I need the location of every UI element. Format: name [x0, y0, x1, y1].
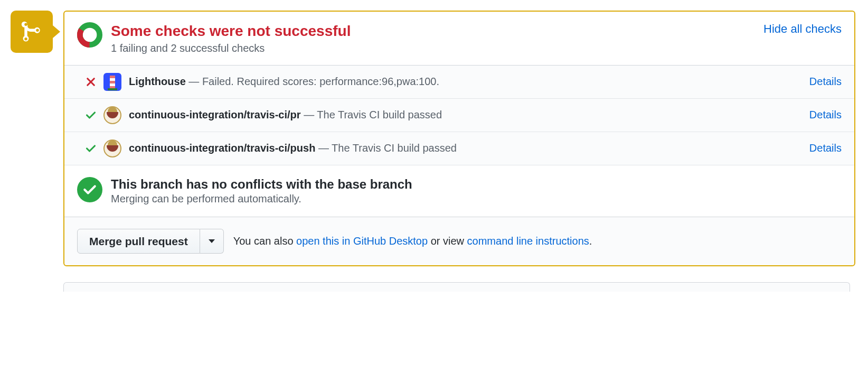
- merge-panel: Some checks were not successful 1 failin…: [63, 11, 855, 266]
- check-description: continuous-integration/travis-ci/pr — Th…: [129, 109, 802, 121]
- success-check-icon: [77, 177, 102, 202]
- check-icon: [86, 143, 96, 154]
- check-row-travis-push: continuous-integration/travis-ci/push — …: [64, 132, 854, 165]
- checks-header: Some checks were not successful 1 failin…: [64, 12, 854, 66]
- command-line-instructions-link[interactable]: command line instructions: [467, 235, 589, 247]
- conflicts-subtitle: Merging can be performed automatically.: [111, 193, 412, 205]
- status-donut-icon: [77, 22, 102, 48]
- check-name: continuous-integration/travis-ci/push: [129, 142, 315, 154]
- conflicts-section: This branch has no conflicts with the ba…: [64, 165, 854, 217]
- next-section-top: [63, 282, 850, 292]
- travis-icon: [103, 139, 121, 157]
- x-icon: [86, 77, 96, 87]
- merge-button-group: Merge pull request: [77, 229, 224, 254]
- conflicts-title: This branch has no conflicts with the ba…: [111, 177, 412, 192]
- merge-help-text: You can also open this in GitHub Desktop…: [233, 235, 592, 247]
- details-link[interactable]: Details: [809, 76, 842, 88]
- toggle-checks-link[interactable]: Hide all checks: [763, 22, 842, 36]
- git-merge-icon: [20, 20, 43, 43]
- check-row-lighthouse: Lighthouse — Failed. Required scores: pe…: [64, 66, 854, 99]
- check-name: Lighthouse: [129, 76, 186, 87]
- caret-down-icon: [209, 239, 215, 243]
- checks-subtitle: 1 failing and 2 successful checks: [111, 42, 755, 54]
- check-row-travis-pr: continuous-integration/travis-ci/pr — Th…: [64, 99, 854, 132]
- details-link[interactable]: Details: [809, 109, 842, 121]
- check-name: continuous-integration/travis-ci/pr: [129, 109, 301, 120]
- check-description: continuous-integration/travis-ci/push — …: [129, 142, 802, 154]
- travis-icon: [103, 106, 121, 124]
- merge-pull-request-button[interactable]: Merge pull request: [77, 229, 200, 254]
- check-icon: [86, 110, 96, 120]
- open-github-desktop-link[interactable]: open this in GitHub Desktop: [296, 235, 428, 247]
- merge-options-dropdown[interactable]: [200, 229, 224, 254]
- checks-title: Some checks were not successful: [111, 22, 755, 40]
- merge-footer: Merge pull request You can also open thi…: [64, 217, 854, 265]
- merge-status-badge: [11, 11, 53, 53]
- details-link[interactable]: Details: [809, 142, 842, 154]
- check-description: Lighthouse — Failed. Required scores: pe…: [129, 76, 802, 88]
- lighthouse-icon: [103, 73, 121, 91]
- merge-status-container: Some checks were not successful 1 failin…: [11, 11, 855, 266]
